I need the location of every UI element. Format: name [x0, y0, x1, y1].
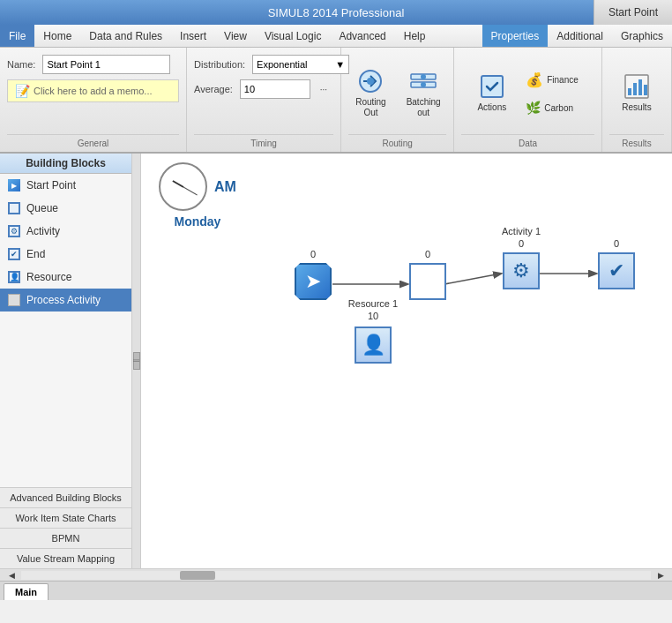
sidebar-advanced-building-blocks[interactable]: Advanced Building Blocks: [0, 487, 131, 507]
start-node[interactable]: 0 ➤: [295, 263, 332, 300]
actions-btn[interactable]: Actions: [471, 68, 512, 117]
name-label: Name:: [7, 59, 35, 70]
resource1-label: Resource 1: [348, 298, 398, 309]
activity1-count: 0: [519, 238, 524, 249]
end-count: 0: [614, 238, 619, 249]
queue-node-box[interactable]: [409, 263, 446, 300]
name-row: Name:: [7, 55, 179, 74]
timing-title: Timing: [194, 134, 333, 148]
divider-handle: ||: [133, 352, 140, 370]
batching-out-label: Batching out: [407, 97, 441, 118]
average-options-btn[interactable]: ···: [314, 79, 333, 99]
distribution-dropdown[interactable]: Exponential ▼: [252, 55, 349, 74]
batching-out-icon: [409, 67, 437, 95]
menu-advanced[interactable]: Advanced: [330, 25, 394, 47]
end-icon: ✔: [7, 247, 21, 261]
queue-node[interactable]: 0: [409, 263, 446, 300]
average-label: Average:: [194, 84, 233, 94]
activity-icon: ⚙: [7, 224, 21, 238]
process-icon: [7, 293, 21, 307]
finance-label: Finance: [547, 75, 579, 86]
results-btn[interactable]: Results: [616, 68, 657, 117]
resource1-node[interactable]: Resource 1 10 👤: [355, 327, 392, 364]
sidebar-item-resource[interactable]: 👤 Resource: [0, 266, 131, 289]
actions-icon: [478, 72, 506, 101]
carbon-label: Carbon: [544, 103, 573, 114]
sidebar-item-process[interactable]: Process Activity: [0, 289, 131, 312]
resource-icon: 👤: [7, 270, 21, 284]
activity1-node-box[interactable]: ⚙: [503, 252, 540, 289]
sidebar-header: Building Blocks: [0, 154, 131, 174]
svg-point-4: [421, 74, 426, 79]
menu-additional[interactable]: Additional: [548, 25, 612, 47]
menu-visual-logic[interactable]: Visual Logic: [256, 25, 331, 47]
finance-btn[interactable]: 💰 Finance: [519, 67, 585, 93]
start-arrow-icon: ➤: [305, 270, 321, 293]
tab-main[interactable]: Main: [4, 583, 49, 600]
queue-count: 0: [425, 249, 430, 259]
end-node-box[interactable]: ✔: [598, 252, 635, 289]
menu-help[interactable]: Help: [395, 25, 435, 47]
activity1-node[interactable]: Activity 1 0 ⚙: [503, 252, 540, 289]
svg-rect-8: [628, 88, 631, 95]
title-bar: SIMUL8 2014 Professional Start Point: [0, 0, 672, 25]
menu-graphics[interactable]: Graphics: [612, 25, 672, 47]
menu-view[interactable]: View: [215, 25, 256, 47]
sidebar-item-queue[interactable]: Queue: [0, 197, 131, 220]
menu-properties[interactable]: Properties: [482, 25, 549, 47]
end-node[interactable]: 0 ✔: [598, 252, 635, 289]
ribbon-results: Results Results: [602, 48, 672, 152]
sidebar-bpmn[interactable]: BPMN: [0, 528, 131, 548]
scroll-thumb[interactable]: [180, 571, 215, 580]
start-node-box[interactable]: ➤: [295, 263, 332, 300]
resource-person-icon: 👤: [362, 334, 385, 357]
data-title: Data: [461, 134, 594, 148]
actions-label: Actions: [477, 102, 506, 113]
distribution-label: Distribution:: [194, 59, 245, 70]
resource1-node-box[interactable]: 👤: [355, 327, 392, 364]
scroll-left-btn[interactable]: ◀: [2, 566, 21, 585]
carbon-btn[interactable]: 🌿 Carbon: [519, 96, 585, 119]
clock-minute-hand: [183, 186, 197, 195]
menu-insert[interactable]: Insert: [171, 25, 215, 47]
menu-data-rules[interactable]: Data and Rules: [80, 25, 171, 47]
batching-out-btn[interactable]: Batching out: [400, 63, 446, 123]
clock-display: AM Monday: [159, 162, 236, 229]
svg-point-5: [421, 82, 426, 87]
routing-out-label: Routing Out: [355, 97, 387, 118]
horizontal-scrollbar[interactable]: ◀ ▶: [0, 568, 672, 581]
svg-rect-11: [644, 85, 647, 95]
average-row: Average: ···: [194, 79, 333, 99]
tab-bar: Main: [0, 581, 672, 600]
routing-out-btn[interactable]: Routing Out: [348, 63, 393, 123]
svg-point-1: [367, 78, 374, 85]
results-title: Results: [609, 134, 664, 148]
svg-rect-10: [638, 79, 642, 95]
average-input[interactable]: [240, 79, 310, 99]
name-input[interactable]: [42, 55, 170, 74]
scroll-track[interactable]: [21, 571, 651, 580]
sidebar-divider[interactable]: ||: [132, 154, 141, 568]
start-point-icon: ▶: [7, 178, 21, 192]
activity1-label: Activity 1: [502, 226, 541, 236]
start-count: 0: [310, 249, 316, 259]
sidebar-item-start-point[interactable]: ▶ Start Point: [0, 174, 131, 197]
canvas-area[interactable]: AM Monday 0: [141, 154, 672, 568]
menu-home[interactable]: Home: [34, 25, 80, 47]
menu-bar: File Home Data and Rules Insert View Vis…: [0, 25, 672, 48]
svg-line-13: [444, 274, 501, 284]
ribbon-data: Actions 💰 Finance 🌿 Carbon Data: [454, 48, 602, 152]
ribbon-routing: Routing Out Batching out Routing: [341, 48, 454, 152]
sidebar-item-end[interactable]: ✔ End: [0, 243, 131, 266]
resource1-sublabel: 10: [368, 311, 378, 321]
general-title: General: [7, 134, 179, 148]
sidebar-work-item-state-charts[interactable]: Work Item State Charts: [0, 507, 131, 528]
main-layout: Building Blocks ▶ Start Point Queue ⚙ Ac…: [0, 154, 672, 568]
menu-file[interactable]: File: [0, 25, 34, 47]
svg-rect-6: [482, 76, 503, 97]
sidebar-item-activity[interactable]: ⚙ Activity: [0, 220, 131, 243]
memo-button[interactable]: 📝 Click here to add a memo...: [7, 79, 179, 102]
canvas[interactable]: AM Monday 0: [141, 154, 672, 568]
ribbon: Name: 📝 Click here to add a memo... Gene…: [0, 48, 672, 154]
routing-title: Routing: [348, 134, 446, 148]
